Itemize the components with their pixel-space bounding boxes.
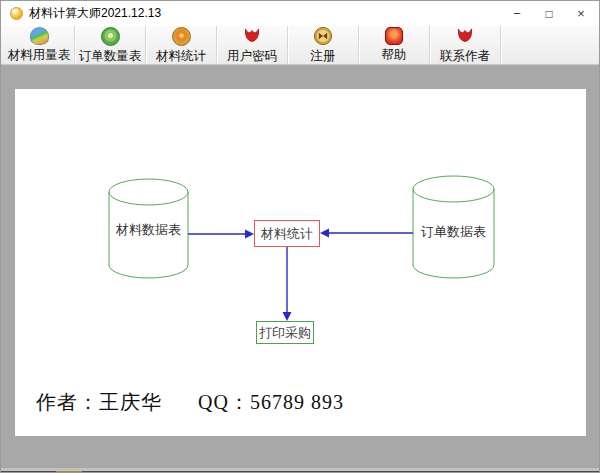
client-area: 材料数据表 订单数据表 材料统计 打印采购 作者：王庆华 QQ：56789 89… [1,65,599,469]
toolbar-button-label: 帮助 [382,47,407,64]
right-database-label: 订单数据表 [413,224,494,240]
toolbar-button-user-password[interactable]: 用户密码 [217,26,288,64]
toolbar-button-label: 注册 [311,48,336,65]
material-statistics-icon [172,27,191,46]
toolbar-button-label: 用户密码 [227,48,277,65]
author-name-text: 作者：王庆华 [36,391,162,413]
toolbar-button-material-usage-table[interactable]: 材料用量表 [4,26,75,64]
register-coin-icon [313,26,333,46]
window-controls: − □ × [501,1,597,26]
left-database-label: 材料数据表 [109,222,188,238]
material-statistics-box: 材料统计 [254,220,320,247]
close-button[interactable]: × [565,1,597,26]
author-line: 作者：王庆华 QQ：56789 893 [36,389,344,416]
title-bar: 材料计算大师2021.12.13 − □ × [1,1,599,27]
user-password-tulip-icon [242,26,262,46]
toolbar-button-label: 材料用量表 [8,47,71,64]
toolbar-button-label: 联系作者 [440,48,490,65]
order-quantity-table-icon [101,27,120,46]
toolbar-button-label: 订单数量表 [79,48,142,65]
toolbar-button-register[interactable]: 注册 [288,26,359,64]
app-window: 材料计算大师2021.12.13 − □ × 材料用量表 订单数量表 材料统计 [0,0,600,473]
print-purchase-box: 打印采购 [256,321,314,344]
author-qq-text: QQ：56789 893 [198,391,344,413]
material-usage-table-icon [30,27,49,45]
toolbar-button-material-statistics[interactable]: 材料统计 [146,26,217,64]
toolbar-button-label: 材料统计 [156,48,206,65]
diagram-shapes [15,89,586,436]
window-title: 材料计算大师2021.12.13 [29,5,161,22]
minimize-button[interactable]: − [501,1,533,26]
toolbar-button-contact-author[interactable]: 联系作者 [430,26,501,64]
toolbar-button-help[interactable]: 帮助 [359,26,430,64]
maximize-button[interactable]: □ [533,1,565,26]
app-gold-coin-icon [10,7,23,20]
toolbar: 材料用量表 订单数量表 材料统计 用户密码 [1,26,599,65]
contact-author-tulip-icon [455,26,475,46]
toolbar-button-order-quantity-table[interactable]: 订单数量表 [75,26,146,64]
diagram-panel: 材料数据表 订单数据表 材料统计 打印采购 作者：王庆华 QQ：56789 89… [15,89,586,436]
help-gem-icon [385,27,403,45]
